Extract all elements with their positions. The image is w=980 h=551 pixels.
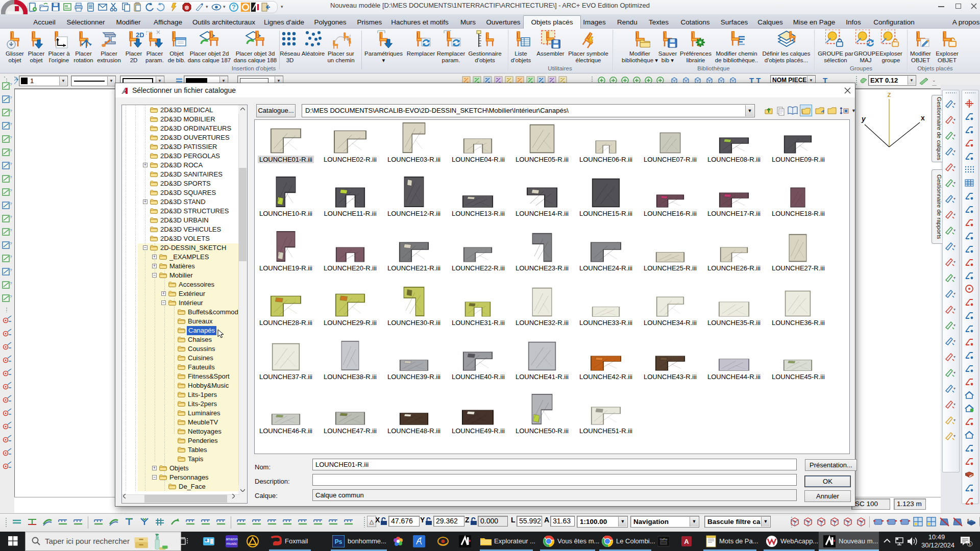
svg-text:▾: ▾ — [953, 181, 955, 185]
svg-text:?: ? — [10, 188, 12, 193]
svg-text:?: ? — [10, 228, 12, 233]
svg-text:amazon: amazon — [226, 537, 238, 541]
svg-text:?: ? — [10, 148, 12, 153]
svg-text:?: ? — [10, 109, 12, 113]
svg-text:▾: ▾ — [953, 323, 955, 328]
svg-text:?: ? — [10, 241, 12, 246]
svg-text:?: ? — [10, 82, 12, 87]
svg-text:▾: ▾ — [953, 434, 955, 438]
svg-text:?: ? — [10, 281, 12, 286]
svg-text:▾: ▾ — [953, 386, 955, 391]
svg-text:▾: ▾ — [953, 260, 955, 264]
svg-text:▾: ▾ — [953, 165, 955, 169]
svg-text:▾: ▾ — [953, 149, 955, 154]
svg-text:x: x — [921, 114, 925, 122]
svg-text:1: 1 — [969, 542, 971, 546]
svg-text:▾: ▾ — [953, 196, 955, 201]
svg-text:?: ? — [10, 175, 12, 180]
svg-text:▾: ▾ — [953, 244, 955, 248]
svg-text:music: music — [227, 541, 237, 546]
svg-text:?: ? — [10, 135, 12, 140]
svg-text:?: ? — [10, 202, 12, 206]
svg-text:▾: ▾ — [953, 339, 955, 343]
svg-text:▾: ▾ — [953, 133, 955, 138]
svg-text:▾: ▾ — [953, 291, 955, 296]
svg-text:▾: ▾ — [953, 228, 955, 233]
svg-text:▾: ▾ — [953, 370, 955, 375]
svg-text:▾: ▾ — [953, 307, 955, 312]
svg-text:?: ? — [10, 215, 12, 219]
svg-text:▾: ▾ — [953, 402, 955, 407]
svg-text:y: y — [861, 115, 866, 123]
svg-text:▾: ▾ — [953, 355, 955, 359]
svg-text:▾: ▾ — [953, 102, 955, 106]
svg-text:▾: ▾ — [953, 212, 955, 217]
svg-text:Ps: Ps — [335, 538, 342, 545]
svg-text:▾: ▾ — [953, 276, 955, 280]
svg-text:z: z — [887, 91, 891, 98]
svg-text:?: ? — [10, 294, 12, 299]
svg-text:GoPro: GoPro — [660, 538, 668, 541]
svg-text:?: ? — [10, 162, 12, 166]
svg-text:?: ? — [10, 255, 12, 259]
svg-text:▾: ▾ — [953, 418, 955, 422]
svg-text:?: ? — [10, 122, 12, 127]
svg-text:A: A — [684, 538, 689, 545]
svg-text:?: ? — [10, 268, 12, 272]
svg-text:▾: ▾ — [953, 117, 955, 122]
svg-text:?: ? — [10, 95, 12, 100]
